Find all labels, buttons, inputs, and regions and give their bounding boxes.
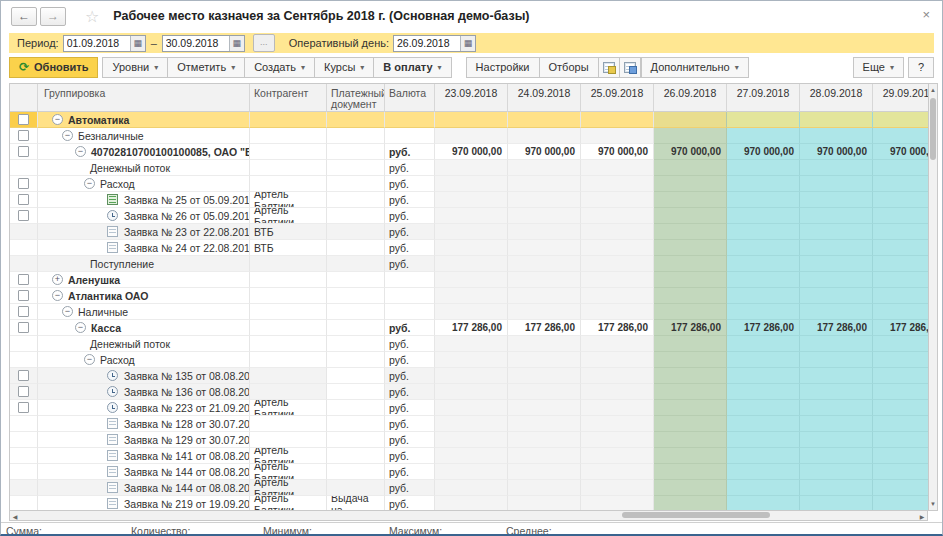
row-select-cell[interactable] — [10, 368, 38, 384]
grouping-cell[interactable]: −40702810700100100085, ОАО "БАНК МОСКВЫ" — [38, 144, 250, 160]
to-payment-button[interactable]: В оплату▾ — [373, 57, 451, 78]
amount-cell-28.09.2018[interactable] — [800, 160, 873, 176]
amount-cell-23.09.2018[interactable] — [435, 112, 508, 128]
amount-cell-24.09.2018[interactable] — [508, 352, 581, 368]
collapse-icon[interactable]: − — [75, 146, 86, 157]
payment-document-cell[interactable] — [327, 304, 385, 320]
refresh-button[interactable]: ⟳ Обновить — [9, 57, 98, 78]
amount-cell-28.09.2018[interactable] — [800, 240, 873, 256]
amount-cell-27.09.2018[interactable] — [727, 240, 800, 256]
grouping-cell[interactable]: +Аленушка — [38, 272, 250, 288]
amount-cell-27.09.2018[interactable] — [727, 192, 800, 208]
collapse-icon[interactable]: − — [84, 354, 95, 365]
amount-cell-28.09.2018[interactable] — [800, 432, 873, 448]
amount-cell-23.09.2018[interactable] — [435, 272, 508, 288]
collapse-icon[interactable]: − — [62, 130, 73, 141]
scroll-up-icon[interactable]: ▲ — [929, 85, 937, 95]
payment-document-cell[interactable] — [327, 224, 385, 240]
grouping-cell[interactable]: −Расход — [38, 176, 250, 192]
row-checkbox[interactable] — [18, 290, 29, 301]
table-row[interactable]: Заявка № 25 от 05.09.2018Артель Балтикир… — [10, 192, 928, 208]
header-date-29.09.2018[interactable]: 29.09.2018 — [873, 84, 928, 112]
currency-cell[interactable]: руб. — [385, 464, 435, 480]
row-select-cell[interactable] — [10, 496, 38, 511]
currency-cell[interactable]: руб. — [385, 384, 435, 400]
vertical-scrollbar[interactable]: ▲ ▼ — [928, 83, 938, 511]
amount-cell-24.09.2018[interactable] — [508, 208, 581, 224]
row-select-cell[interactable] — [10, 464, 38, 480]
row-checkbox[interactable] — [18, 194, 29, 205]
currency-cell[interactable]: руб. — [385, 400, 435, 416]
amount-cell-24.09.2018[interactable] — [508, 272, 581, 288]
amount-cell-25.09.2018[interactable] — [581, 384, 654, 400]
row-select-cell[interactable] — [10, 448, 38, 464]
amount-cell-25.09.2018[interactable] — [581, 400, 654, 416]
amount-cell-23.09.2018[interactable] — [435, 384, 508, 400]
amount-cell-25.09.2018[interactable] — [581, 240, 654, 256]
table-row[interactable]: −Расходруб. — [10, 176, 928, 192]
amount-cell-27.09.2018[interactable] — [727, 272, 800, 288]
amount-cell-27.09.2018[interactable] — [727, 256, 800, 272]
contractor-cell[interactable] — [250, 288, 327, 304]
scroll-left-icon[interactable]: ◀ — [11, 512, 19, 522]
calendar-icon[interactable]: ▦ — [229, 36, 244, 51]
payment-document-cell[interactable] — [327, 480, 385, 496]
payment-document-cell[interactable] — [327, 464, 385, 480]
table-row[interactable]: −Автоматика — [10, 112, 928, 128]
amount-cell-25.09.2018[interactable] — [581, 368, 654, 384]
row-select-cell[interactable] — [10, 240, 38, 256]
amount-cell-29.09.2018[interactable] — [873, 256, 928, 272]
amount-cell-29.09.2018[interactable] — [873, 128, 928, 144]
settings-button[interactable]: Настройки — [466, 57, 540, 78]
additional-button[interactable]: Дополнительно▾ — [641, 57, 749, 78]
amount-cell-24.09.2018[interactable] — [508, 480, 581, 496]
payment-document-cell[interactable] — [327, 160, 385, 176]
period-from-input[interactable] — [64, 36, 130, 51]
row-checkbox[interactable] — [18, 114, 29, 125]
amount-cell-26.09.2018[interactable] — [654, 368, 727, 384]
amount-cell-27.09.2018[interactable] — [727, 352, 800, 368]
amount-cell-26.09.2018[interactable] — [654, 288, 727, 304]
amount-cell-24.09.2018[interactable] — [508, 464, 581, 480]
row-select-cell[interactable] — [10, 288, 38, 304]
amount-cell-25.09.2018[interactable] — [581, 272, 654, 288]
levels-button[interactable]: Уровни▾ — [102, 57, 168, 78]
grouping-cell[interactable]: Заявка № 129 от 30.07.2018 — [38, 432, 250, 448]
amount-cell-25.09.2018[interactable]: 177 286,00 — [581, 320, 654, 336]
amount-cell-24.09.2018[interactable] — [508, 496, 581, 511]
currency-cell[interactable]: руб. — [385, 208, 435, 224]
amount-cell-27.09.2018[interactable] — [727, 480, 800, 496]
amount-cell-24.09.2018[interactable]: 177 286,00 — [508, 320, 581, 336]
amount-cell-26.09.2018[interactable] — [654, 160, 727, 176]
header-currency[interactable]: Валюта — [385, 84, 435, 112]
currency-cell[interactable] — [385, 112, 435, 128]
amount-cell-28.09.2018[interactable] — [800, 112, 873, 128]
contractor-cell[interactable] — [250, 272, 327, 288]
amount-cell-26.09.2018[interactable] — [654, 480, 727, 496]
amount-cell-27.09.2018[interactable] — [727, 112, 800, 128]
grouping-cell[interactable]: −Касса — [38, 320, 250, 336]
amount-cell-29.09.2018[interactable] — [873, 272, 928, 288]
row-select-cell[interactable] — [10, 224, 38, 240]
row-checkbox[interactable] — [18, 274, 29, 285]
payment-document-cell[interactable]: Выдача на... — [327, 496, 385, 511]
amount-cell-25.09.2018[interactable]: 970 000,00 — [581, 144, 654, 160]
collapse-icon[interactable]: − — [52, 114, 63, 125]
amount-cell-25.09.2018[interactable] — [581, 464, 654, 480]
amount-cell-28.09.2018[interactable] — [800, 176, 873, 192]
amount-cell-25.09.2018[interactable] — [581, 112, 654, 128]
table-row[interactable]: Заявка № 135 от 08.08.2018руб. — [10, 368, 928, 384]
amount-cell-25.09.2018[interactable] — [581, 176, 654, 192]
table-row[interactable]: Заявка № 129 от 30.07.2018руб. — [10, 432, 928, 448]
contractor-cell[interactable] — [250, 160, 327, 176]
amount-cell-23.09.2018[interactable] — [435, 240, 508, 256]
row-checkbox[interactable] — [18, 130, 29, 141]
grouping-cell[interactable]: Заявка № 135 от 08.08.2018 — [38, 368, 250, 384]
amount-cell-28.09.2018[interactable] — [800, 384, 873, 400]
grouping-cell[interactable]: Заявка № 144 от 08.08.2018 — [38, 464, 250, 480]
amount-cell-24.09.2018[interactable] — [508, 160, 581, 176]
amount-cell-29.09.2018[interactable] — [873, 448, 928, 464]
amount-cell-23.09.2018[interactable] — [435, 400, 508, 416]
amount-cell-24.09.2018[interactable]: 970 000,00 — [508, 144, 581, 160]
contractor-cell[interactable]: Артель Балтики — [250, 480, 327, 496]
